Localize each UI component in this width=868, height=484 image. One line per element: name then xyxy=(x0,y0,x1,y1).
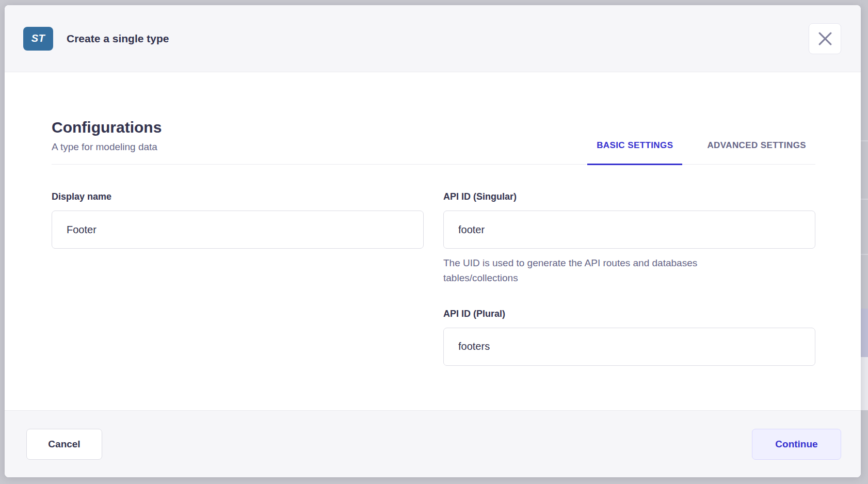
create-single-type-modal: ST Create a single type Configurations A… xyxy=(5,5,861,477)
display-name-field: Display name xyxy=(52,191,424,249)
close-icon xyxy=(818,32,832,45)
single-type-badge-icon: ST xyxy=(23,27,53,51)
continue-button[interactable]: Continue xyxy=(752,429,841,460)
modal-body: Configurations A type for modeling data … xyxy=(5,72,861,410)
api-id-singular-input[interactable] xyxy=(443,211,815,249)
modal-footer: Cancel Continue xyxy=(5,410,861,477)
configurations-header-row: Configurations A type for modeling data … xyxy=(52,72,815,165)
configuration-form: Display name API ID (Singular) The UID i… xyxy=(52,191,815,366)
background-page-edge xyxy=(861,0,868,484)
tab-advanced-settings[interactable]: ADVANCED SETTINGS xyxy=(698,140,815,165)
modal-header: ST Create a single type xyxy=(5,5,861,72)
cancel-button[interactable]: Cancel xyxy=(26,429,102,460)
page-title: Configurations xyxy=(52,119,162,136)
api-id-singular-label: API ID (Singular) xyxy=(443,191,815,202)
close-button[interactable] xyxy=(809,23,841,54)
screen: ST Create a single type Configurations A… xyxy=(0,0,868,484)
settings-tabs: BASIC SETTINGS ADVANCED SETTINGS xyxy=(587,140,815,164)
page-subtitle: A type for modeling data xyxy=(52,141,162,153)
modal-title: Create a single type xyxy=(67,33,169,45)
api-id-plural-input[interactable] xyxy=(443,328,815,366)
display-name-input[interactable] xyxy=(52,211,424,249)
api-id-singular-field: API ID (Singular) The UID is used to gen… xyxy=(443,191,815,286)
api-id-plural-field: API ID (Plural) xyxy=(443,309,815,366)
api-id-plural-label: API ID (Plural) xyxy=(443,309,815,319)
tab-basic-settings[interactable]: BASIC SETTINGS xyxy=(587,140,682,165)
display-name-label: Display name xyxy=(52,191,424,202)
uid-helper-text: The UID is used to generate the API rout… xyxy=(443,255,774,286)
